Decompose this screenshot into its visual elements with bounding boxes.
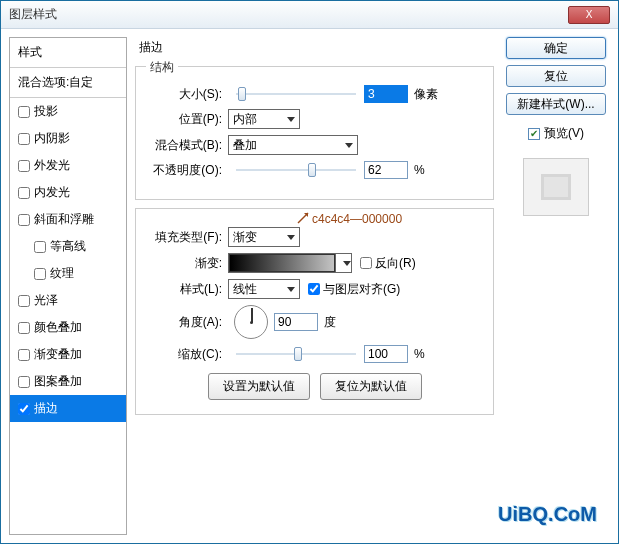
- default-buttons-row: 设置为默认值 复位为默认值: [148, 373, 481, 400]
- reset-default-button[interactable]: 复位为默认值: [320, 373, 422, 400]
- style-item-label: 颜色叠加: [34, 319, 82, 336]
- blendmode-row: 混合模式(B): 叠加: [148, 135, 481, 155]
- slider-thumb[interactable]: [294, 347, 302, 361]
- style-item-label: 纹理: [50, 265, 74, 282]
- style-item-checkbox[interactable]: [18, 106, 30, 118]
- style-item-checkbox[interactable]: [18, 376, 30, 388]
- style-item-label: 内发光: [34, 184, 70, 201]
- align-checkbox-input[interactable]: [308, 283, 320, 295]
- ok-button[interactable]: 确定: [506, 37, 606, 59]
- reverse-label: 反向(R): [375, 255, 416, 272]
- filltype-dropdown[interactable]: 渐变: [228, 227, 300, 247]
- opacity-input[interactable]: [364, 161, 408, 179]
- filltype-label: 填充类型(F):: [148, 229, 228, 246]
- scale-slider[interactable]: [236, 353, 356, 355]
- scale-row: 缩放(C): %: [148, 345, 481, 363]
- gradient-preview[interactable]: [229, 254, 335, 272]
- blend-options-header[interactable]: 混合选项:自定: [10, 68, 126, 98]
- style-item-checkbox[interactable]: [34, 241, 46, 253]
- angle-input[interactable]: [274, 313, 318, 331]
- style-value: 线性: [233, 281, 257, 298]
- style-item[interactable]: 投影: [10, 98, 126, 125]
- styles-list-panel: 样式 混合选项:自定 投影内阴影外发光内发光斜面和浮雕等高线纹理光泽颜色叠加渐变…: [9, 37, 127, 535]
- chevron-down-icon: [287, 287, 295, 292]
- style-item[interactable]: 渐变叠加: [10, 341, 126, 368]
- filltype-value: 渐变: [233, 229, 257, 246]
- opacity-row: 不透明度(O): %: [148, 161, 481, 179]
- size-slider[interactable]: [236, 93, 356, 95]
- gradient-dropdown-button[interactable]: [335, 254, 351, 272]
- gradient-row: 渐变: 反向(R): [148, 253, 481, 273]
- style-item-label: 图案叠加: [34, 373, 82, 390]
- style-item[interactable]: 光泽: [10, 287, 126, 314]
- structure-group: 结构 大小(S): 像素 位置(P): 内部 混合模式(B):: [135, 66, 494, 200]
- angle-unit: 度: [324, 314, 336, 331]
- blendmode-dropdown[interactable]: 叠加: [228, 135, 358, 155]
- preview-label: 预览(V): [544, 125, 584, 142]
- gradient-label: 渐变:: [148, 255, 228, 272]
- scale-unit: %: [414, 347, 425, 361]
- reverse-checkbox-input[interactable]: [360, 257, 372, 269]
- watermark: UiBQ.CoM: [498, 503, 597, 526]
- style-item[interactable]: 内发光: [10, 179, 126, 206]
- position-row: 位置(P): 内部: [148, 109, 481, 129]
- preview-checkbox[interactable]: ✔ 预览(V): [528, 125, 584, 142]
- chevron-down-icon: [287, 117, 295, 122]
- style-item-label: 描边: [34, 400, 58, 417]
- style-item-label: 投影: [34, 103, 58, 120]
- chevron-down-icon: [343, 261, 351, 266]
- scale-label: 缩放(C):: [148, 346, 228, 363]
- titlebar: 图层样式 X: [1, 1, 618, 29]
- style-item-checkbox[interactable]: [18, 403, 30, 415]
- angle-dial[interactable]: [234, 305, 268, 339]
- gradient-picker[interactable]: [228, 253, 352, 273]
- style-item[interactable]: 颜色叠加: [10, 314, 126, 341]
- style-item[interactable]: 等高线: [10, 233, 126, 260]
- preview-checkbox-box[interactable]: ✔: [528, 128, 540, 140]
- content-area: 样式 混合选项:自定 投影内阴影外发光内发光斜面和浮雕等高线纹理光泽颜色叠加渐变…: [1, 29, 618, 543]
- chevron-down-icon: [345, 143, 353, 148]
- position-label: 位置(P):: [148, 111, 228, 128]
- reverse-checkbox[interactable]: 反向(R): [360, 255, 416, 272]
- styles-header[interactable]: 样式: [10, 38, 126, 68]
- chevron-down-icon: [287, 235, 295, 240]
- window-title: 图层样式: [9, 6, 568, 23]
- style-item-checkbox[interactable]: [34, 268, 46, 280]
- new-style-button[interactable]: 新建样式(W)...: [506, 93, 606, 115]
- style-item[interactable]: 图案叠加: [10, 368, 126, 395]
- opacity-label: 不透明度(O):: [148, 162, 228, 179]
- style-row: 样式(L): 线性 与图层对齐(G): [148, 279, 481, 299]
- style-item[interactable]: 斜面和浮雕: [10, 206, 126, 233]
- style-item[interactable]: 描边: [10, 395, 126, 422]
- position-value: 内部: [233, 111, 257, 128]
- position-dropdown[interactable]: 内部: [228, 109, 300, 129]
- fill-group: 填充类型(F): 渐变 c4c4c4—000000 渐变:: [135, 208, 494, 415]
- style-item-checkbox[interactable]: [18, 160, 30, 172]
- structure-title: 结构: [146, 59, 178, 76]
- size-input[interactable]: [364, 85, 408, 103]
- style-item-checkbox[interactable]: [18, 214, 30, 226]
- style-item-checkbox[interactable]: [18, 295, 30, 307]
- style-item-checkbox[interactable]: [18, 322, 30, 334]
- filltype-row: 填充类型(F): 渐变 c4c4c4—000000: [148, 227, 481, 247]
- scale-input[interactable]: [364, 345, 408, 363]
- slider-thumb[interactable]: [308, 163, 316, 177]
- reset-button[interactable]: 复位: [506, 65, 606, 87]
- style-dropdown[interactable]: 线性: [228, 279, 300, 299]
- close-button[interactable]: X: [568, 6, 610, 24]
- stroke-settings-panel: 描边 结构 大小(S): 像素 位置(P): 内部 混: [135, 37, 494, 535]
- align-checkbox[interactable]: 与图层对齐(G): [308, 281, 400, 298]
- make-default-button[interactable]: 设置为默认值: [208, 373, 310, 400]
- opacity-slider[interactable]: [236, 169, 356, 171]
- preview-shape: [541, 174, 571, 200]
- style-item-checkbox[interactable]: [18, 349, 30, 361]
- size-unit: 像素: [414, 86, 438, 103]
- style-item-label: 渐变叠加: [34, 346, 82, 363]
- style-item-checkbox[interactable]: [18, 187, 30, 199]
- style-item[interactable]: 内阴影: [10, 125, 126, 152]
- slider-thumb[interactable]: [238, 87, 246, 101]
- blendmode-label: 混合模式(B):: [148, 137, 228, 154]
- style-item-checkbox[interactable]: [18, 133, 30, 145]
- style-item[interactable]: 纹理: [10, 260, 126, 287]
- style-item[interactable]: 外发光: [10, 152, 126, 179]
